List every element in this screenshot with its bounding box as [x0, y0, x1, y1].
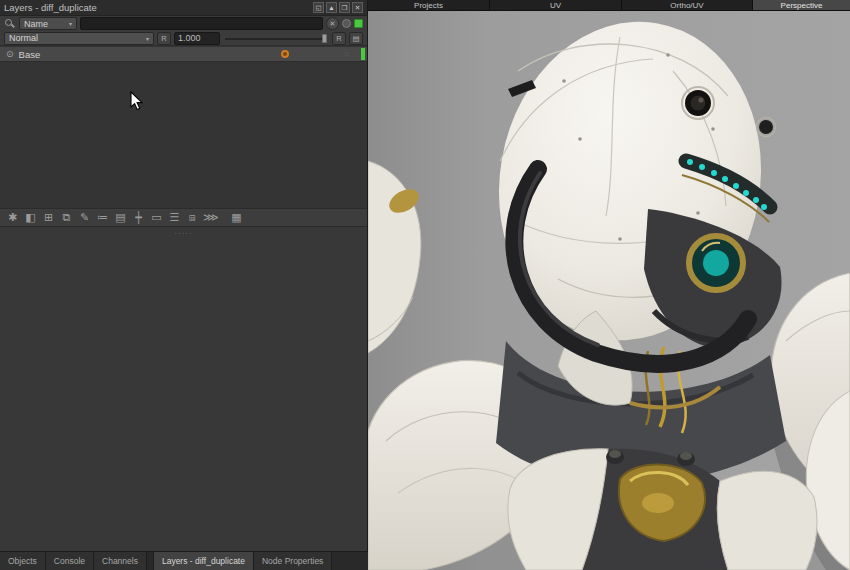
clear-search-icon[interactable]: ✕ — [326, 17, 339, 30]
add-paint-layer-icon[interactable]: ⊞ — [41, 210, 56, 225]
3d-viewport[interactable]: Projects UV Ortho/UV Perspective — [368, 0, 850, 570]
slider-groove — [225, 38, 327, 40]
slider-handle[interactable] — [322, 34, 327, 43]
tab-ortho-uv-view[interactable]: Ortho/UV — [622, 0, 753, 10]
viewport-tab-bar: Projects UV Ortho/UV Perspective — [368, 0, 850, 11]
close-icon[interactable]: ✕ — [352, 2, 363, 13]
blend-mode-value: Normal — [9, 33, 38, 43]
side-sensor — [757, 118, 776, 137]
tab-projects-view[interactable]: Projects — [368, 0, 490, 10]
blend-amount-slider[interactable] — [223, 32, 329, 45]
maximize-icon[interactable]: ❐ — [339, 2, 350, 13]
palette-titlebar[interactable]: Layers - diff_duplicate ◱ ▲ ❐ ✕ — [0, 0, 367, 16]
search-field-value: Name — [24, 19, 48, 29]
add-procedural-icon[interactable]: ◧ — [23, 210, 38, 225]
add-filter-icon[interactable]: ≔ — [95, 210, 110, 225]
edit-properties-icon[interactable]: ✎ — [77, 210, 92, 225]
collapse-icon[interactable]: ▲ — [326, 2, 337, 13]
layer-row-base[interactable]: ⊙ Base ◌ — [0, 47, 367, 62]
shader-slot-icon: ◌ — [344, 49, 349, 58]
layer-search-bar: Name ▾ ✕ — [0, 16, 367, 31]
tab-channels[interactable]: Channels — [94, 552, 147, 570]
application-window: Layers - diff_duplicate ◱ ▲ ❐ ✕ Name ▾ ✕… — [0, 0, 850, 570]
tab-uv-view[interactable]: UV — [490, 0, 622, 10]
share-layer-icon[interactable]: ⋙ — [203, 210, 218, 225]
detach-icon[interactable]: ◱ — [313, 2, 324, 13]
slider-menu-icon[interactable]: ▤ — [349, 32, 363, 45]
reset-amount-button[interactable]: R — [157, 32, 171, 45]
selected-layer-strip — [361, 48, 365, 60]
layer-name: Base — [19, 49, 41, 60]
status-green-indicator — [354, 19, 363, 28]
robot-render — [368, 11, 850, 570]
layer-search-input[interactable] — [80, 17, 323, 30]
layer-stack-icon[interactable]: ☰ — [167, 210, 182, 225]
blend-amount-field[interactable] — [174, 32, 220, 45]
palette-bottom-tabs: Objects Console Channels Layers - diff_d… — [0, 551, 368, 570]
tab-perspective-view[interactable]: Perspective — [753, 0, 850, 10]
transfer-layer-icon[interactable]: ⧈ — [185, 210, 200, 225]
layer-grid-icon[interactable]: ▦ — [229, 210, 244, 225]
mouse-cursor — [130, 91, 144, 111]
palette-lower-area: ····· — [0, 227, 367, 551]
merge-layers-icon[interactable]: ┿ — [131, 210, 146, 225]
visibility-icon[interactable]: ⊙ — [6, 49, 14, 59]
teal-lens — [703, 250, 729, 276]
layer-list[interactable]: ⊙ Base ◌ — [0, 46, 367, 208]
tab-layers[interactable]: Layers - diff_duplicate — [153, 552, 254, 570]
search-icon — [4, 18, 16, 30]
add-group-icon[interactable]: ▤ — [113, 210, 128, 225]
viewport-canvas[interactable] — [368, 11, 850, 570]
tab-node-properties[interactable]: Node Properties — [254, 552, 332, 570]
blend-mode-select[interactable]: Normal ▾ — [4, 32, 154, 45]
layer-toolbar: ✱ ◧ ⊞ ⧉ ✎ ≔ ▤ ┿ ▭ ☰ ⧈ ⋙ ▦ — [0, 208, 367, 227]
flatten-layers-icon[interactable]: ▭ — [149, 210, 164, 225]
palette-title: Layers - diff_duplicate — [4, 2, 97, 13]
chevron-down-icon: ▾ — [69, 20, 72, 27]
robot-eye — [682, 87, 714, 119]
filter-swatch-icon[interactable] — [342, 19, 351, 28]
duplicate-layer-icon[interactable]: ⧉ — [59, 210, 74, 225]
splitter-handle[interactable]: ····· — [174, 231, 192, 237]
tab-objects[interactable]: Objects — [0, 552, 46, 570]
palette-window-controls: ◱ ▲ ❐ ✕ — [313, 2, 363, 13]
blend-mode-bar: Normal ▾ R R ▤ — [0, 31, 367, 46]
cache-status-icon — [281, 50, 289, 58]
chevron-down-icon: ▾ — [146, 35, 149, 42]
add-adjustment-icon[interactable]: ✱ — [5, 210, 20, 225]
tab-console[interactable]: Console — [46, 552, 94, 570]
reset-slider-button[interactable]: R — [332, 32, 346, 45]
layers-palette: Layers - diff_duplicate ◱ ▲ ❐ ✕ Name ▾ ✕… — [0, 0, 368, 570]
search-field-select[interactable]: Name ▾ — [19, 17, 77, 30]
